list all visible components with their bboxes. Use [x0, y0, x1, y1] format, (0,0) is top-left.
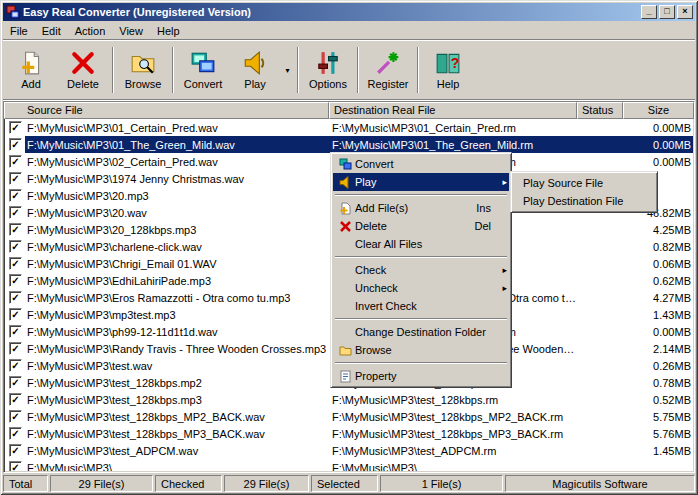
menu-item-shortcut: Ins: [476, 202, 491, 214]
row-checkbox[interactable]: ✓: [9, 291, 22, 304]
menu-edit[interactable]: Edit: [35, 23, 68, 39]
row-content: F:\MyMusic\MP3\test_ADPCM.wavF:\MyMusic\…: [25, 442, 693, 459]
context-menu-item-play[interactable]: Play▸: [333, 173, 509, 191]
submenu-item-play-source-file[interactable]: Play Source File: [513, 174, 655, 192]
add-button-label: Add: [21, 78, 41, 90]
help-button[interactable]: ?Help: [422, 44, 474, 96]
browse-button[interactable]: Browse: [117, 44, 169, 96]
row-checkbox[interactable]: ✓: [9, 427, 22, 440]
row-checkbox[interactable]: ✓: [9, 240, 22, 253]
register-button[interactable]: Register: [362, 44, 414, 96]
context-menu-item-convert[interactable]: Convert: [333, 155, 509, 173]
status-total-label: Total: [3, 475, 48, 492]
maximize-button[interactable]: □: [659, 5, 675, 19]
table-row[interactable]: ✓F:\MyMusic\MP3\test_128kbps_MP3_BACK.wa…: [5, 425, 693, 442]
row-checkbox[interactable]: ✓: [9, 325, 22, 338]
menu-view[interactable]: View: [112, 23, 150, 39]
svg-text:?: ?: [451, 55, 460, 71]
row-checkbox[interactable]: ✓: [9, 342, 22, 355]
window-title: Easy Real Converter (Unregistered Versio…: [23, 6, 639, 18]
cell-source-file: F:\MyMusic\MP3\mp3test.mp3: [25, 309, 330, 321]
convert-icon: [335, 158, 355, 171]
menu-file[interactable]: File: [3, 23, 35, 39]
row-checkbox[interactable]: ✓: [9, 359, 22, 372]
minimize-button[interactable]: _: [641, 5, 657, 19]
status-vendor: Magicutils Software: [505, 475, 695, 492]
table-row[interactable]: ✓F:\MyMusic\MP3\01_The_Green_Mild.wavF:\…: [5, 136, 693, 153]
row-checkbox[interactable]: ✓: [9, 121, 22, 134]
row-checkbox-cell: ✓: [5, 291, 25, 304]
context-menu-item-property[interactable]: Property: [333, 367, 509, 385]
close-button[interactable]: ×: [677, 5, 693, 19]
row-checkbox[interactable]: ✓: [9, 257, 22, 270]
cell-size: 0.52MB: [624, 394, 693, 406]
cell-source-file: F:\MyMusic\MP3\EdhiLahiriPade.mp3: [25, 275, 330, 287]
submenu-item-label: Play Destination File: [523, 195, 653, 207]
row-checkbox[interactable]: ✓: [9, 223, 22, 236]
menu-item-label: Uncheck: [355, 282, 495, 294]
app-window: Easy Real Converter (Unregistered Versio…: [0, 0, 698, 495]
column-header-source-file[interactable]: Source File: [4, 102, 329, 119]
context-menu: ConvertPlay▸Add File(s)InsDeleteDelClear…: [330, 152, 512, 388]
table-row[interactable]: ✓F:\MyMusic\MP3\test_128kbps.mp3F:\MyMus…: [5, 391, 693, 408]
table-row[interactable]: ✓F:\MyMusic\MP3\F:\MyMusic\MP3\: [5, 459, 693, 471]
cell-destination-file: F:\MyMusic\MP3\: [330, 462, 578, 472]
row-checkbox[interactable]: ✓: [9, 155, 22, 168]
row-checkbox[interactable]: ✓: [9, 461, 22, 471]
play-icon: [335, 176, 355, 189]
menu-help[interactable]: Help: [150, 23, 187, 39]
row-checkbox-cell: ✓: [5, 274, 25, 287]
row-checkbox[interactable]: ✓: [9, 172, 22, 185]
column-header-destination-real-file[interactable]: Destination Real File: [329, 102, 577, 119]
menu-item-label: Delete: [355, 220, 474, 232]
row-checkbox-cell: ✓: [5, 410, 25, 423]
row-checkbox[interactable]: ✓: [9, 393, 22, 406]
row-content: F:\MyMusic\MP3\test_128kbps_MP2_BACK.wav…: [25, 408, 693, 425]
context-menu-item-delete[interactable]: DeleteDel: [333, 217, 509, 235]
cell-size: 0.26MB: [624, 360, 693, 372]
context-menu-item-add-file-s[interactable]: Add File(s)Ins: [333, 199, 509, 217]
cell-source-file: F:\MyMusic\MP3\20.wav: [25, 207, 330, 219]
context-menu-item-clear-all-files[interactable]: Clear All Files: [333, 235, 509, 253]
context-menu-item-change-destination-folder[interactable]: Change Destination Folder: [333, 323, 509, 341]
context-menu-item-invert-check[interactable]: Invert Check: [333, 297, 509, 315]
context-menu-item-uncheck[interactable]: Uncheck▸: [333, 279, 509, 297]
play-button[interactable]: Play: [229, 44, 281, 96]
app-icon: [6, 5, 20, 19]
submenu-item-play-destination-file[interactable]: Play Destination File: [513, 192, 655, 210]
menu-item-label: Clear All Files: [355, 238, 495, 250]
add-button[interactable]: Add: [5, 44, 57, 96]
table-row[interactable]: ✓F:\MyMusic\MP3\test_ADPCM.wavF:\MyMusic…: [5, 442, 693, 459]
row-checkbox-cell: ✓: [5, 223, 25, 236]
menu-item-shortcut: Del: [474, 220, 491, 232]
cell-size: 5.75MB: [624, 411, 693, 423]
column-header-status[interactable]: Status: [577, 102, 623, 119]
title-bar: Easy Real Converter (Unregistered Versio…: [3, 3, 695, 21]
convert-button[interactable]: Convert: [177, 44, 229, 96]
row-checkbox[interactable]: ✓: [9, 138, 22, 151]
property-icon: [335, 370, 355, 383]
options-button[interactable]: Options: [302, 44, 354, 96]
table-row[interactable]: ✓F:\MyMusic\MP3\test_128kbps_MP2_BACK.wa…: [5, 408, 693, 425]
context-menu-item-browse[interactable]: Browse: [333, 341, 509, 359]
menu-action[interactable]: Action: [68, 23, 113, 39]
submenu-arrow-icon: ▸: [495, 265, 507, 275]
table-row[interactable]: ✓F:\MyMusic\MP3\01_Certain_Pred.wavF:\My…: [5, 119, 693, 136]
menu-item-label: Change Destination Folder: [355, 326, 495, 338]
row-checkbox[interactable]: ✓: [9, 308, 22, 321]
browse-icon: [130, 50, 156, 76]
list-header: Source FileDestination Real FileStatusSi…: [4, 102, 694, 119]
play-dropdown-arrow-icon[interactable]: ▾: [281, 50, 294, 90]
cell-source-file: F:\MyMusic\MP3\Eros Ramazzotti - Otra co…: [25, 292, 330, 304]
delete-button[interactable]: Delete: [57, 44, 109, 96]
cell-source-file: F:\MyMusic\MP3\: [25, 462, 330, 472]
row-checkbox[interactable]: ✓: [9, 376, 22, 389]
row-checkbox[interactable]: ✓: [9, 189, 22, 202]
column-header-size[interactable]: Size: [623, 102, 694, 119]
addfile-icon: [335, 202, 355, 215]
row-checkbox[interactable]: ✓: [9, 444, 22, 457]
row-checkbox[interactable]: ✓: [9, 274, 22, 287]
context-menu-item-check[interactable]: Check▸: [333, 261, 509, 279]
row-checkbox[interactable]: ✓: [9, 410, 22, 423]
row-checkbox[interactable]: ✓: [9, 206, 22, 219]
